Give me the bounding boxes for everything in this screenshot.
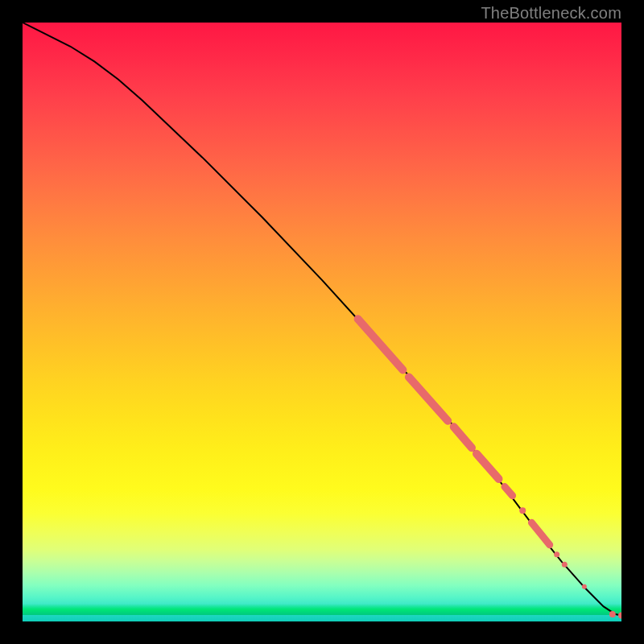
curve-marker-dot <box>618 613 621 619</box>
curve-marker-segment <box>358 319 403 369</box>
curve-marker-dot <box>519 507 526 514</box>
curve-marker-segment <box>409 377 448 420</box>
watermark-text: TheBottleneck.com <box>481 4 621 23</box>
plot-area <box>23 23 621 621</box>
curve-marker-segment <box>531 522 549 545</box>
marker-group <box>358 319 621 618</box>
curve-marker-segment <box>454 427 472 448</box>
curve-marker-segment <box>477 454 499 479</box>
curve-layer <box>23 23 621 621</box>
curve-marker-dot <box>562 562 568 568</box>
curve-marker-dot <box>554 551 559 557</box>
chart-stage: TheBottleneck.com <box>0 0 644 644</box>
curve-marker-dot <box>609 611 616 617</box>
curve-marker-dot <box>582 584 587 589</box>
curve-marker-segment <box>505 487 513 496</box>
